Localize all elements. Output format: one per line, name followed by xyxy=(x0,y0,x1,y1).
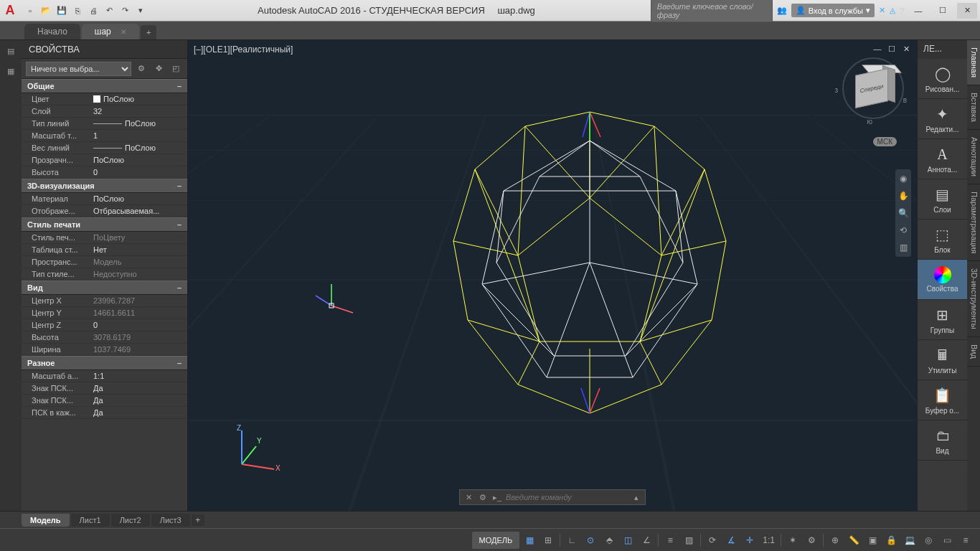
redo-icon[interactable]: ↷ xyxy=(118,4,132,18)
ucs-name-badge[interactable]: МСК xyxy=(873,137,897,146)
section-general-header[interactable]: Общие– xyxy=(22,79,187,93)
help-icon[interactable]: ? xyxy=(900,6,904,15)
status-polar-icon[interactable]: ⊙ xyxy=(582,532,599,549)
minimize-button[interactable]: — xyxy=(908,3,928,19)
undo-icon[interactable]: ↶ xyxy=(102,4,116,18)
app-logo-icon[interactable]: A xyxy=(3,4,17,18)
ribbon-tab-param[interactable]: Параметризация xyxy=(967,184,980,261)
prop-vheight-value[interactable]: 3078.6179 xyxy=(93,333,187,342)
prop-height-value[interactable]: 0 xyxy=(93,168,187,176)
ribbon-tab-view[interactable]: Вид xyxy=(967,337,980,367)
tool-block[interactable]: ⬚Блок xyxy=(918,220,967,260)
layout-tab-sheet3[interactable]: Лист3 xyxy=(151,514,190,527)
layout-tab-model[interactable]: Модель xyxy=(22,514,70,527)
status-lweight-icon[interactable]: ≡ xyxy=(661,532,679,549)
status-hardware-icon[interactable]: 💻 xyxy=(901,532,918,549)
tool-draw[interactable]: ◯Рисован... xyxy=(918,59,967,99)
prop-cx-value[interactable]: 23996.7287 xyxy=(93,296,187,305)
a360-icon[interactable]: ◬ xyxy=(890,6,895,15)
prop-pstyle-value[interactable]: ПоЦвету xyxy=(93,233,187,242)
prop-color-value[interactable]: ПоСлою xyxy=(93,95,187,103)
new-icon[interactable]: ▫ xyxy=(23,4,37,18)
status-ortho-icon[interactable]: ∟ xyxy=(563,532,580,549)
status-units-icon[interactable]: 📏 xyxy=(845,532,862,549)
prop-ptable-value[interactable]: Нет xyxy=(93,245,187,254)
ribbon-tab-annot[interactable]: Аннотации xyxy=(967,130,980,184)
status-lock-icon[interactable]: 🔒 xyxy=(882,532,900,549)
status-annomonitor-icon[interactable]: ⊕ xyxy=(826,532,844,549)
ribbon-tab-insert[interactable]: Вставка xyxy=(967,85,980,130)
status-osnap-icon[interactable]: ◫ xyxy=(619,532,636,549)
prop-lweight-value[interactable]: ПоСлою xyxy=(93,143,187,152)
infocenter-icon[interactable]: 👥 xyxy=(777,6,787,15)
prop-layer-value[interactable]: 32 xyxy=(93,107,187,116)
tool-groups[interactable]: ⊞Группы xyxy=(918,300,967,340)
status-quickprops-icon[interactable]: ▣ xyxy=(864,532,881,549)
status-dyn-icon[interactable]: ✛ xyxy=(741,532,758,549)
props-quickselect-icon[interactable]: ⚙ xyxy=(134,62,149,76)
save-icon[interactable]: 💾 xyxy=(55,4,69,18)
props-pickadd-icon[interactable]: ✥ xyxy=(151,62,166,76)
section-3dviz-header[interactable]: 3D-визуализация– xyxy=(22,179,187,193)
status-gear-icon[interactable]: ✶ xyxy=(784,532,801,549)
status-isolate-icon[interactable]: ◎ xyxy=(920,532,937,549)
close-button[interactable]: ✕ xyxy=(957,3,977,19)
prop-transp-value[interactable]: ПоСлою xyxy=(93,156,187,164)
tool-edit[interactable]: ✦Редакти... xyxy=(918,99,967,139)
props-select-icon[interactable]: ◰ xyxy=(169,62,183,76)
status-annoscale-label[interactable]: 1:1 xyxy=(760,532,778,549)
saveas-icon[interactable]: ⎘ xyxy=(70,4,85,18)
tab-close-icon[interactable]: ✕ xyxy=(121,28,126,36)
nav-showmotion-icon[interactable]: ▥ xyxy=(897,241,910,254)
prop-ucs2-value[interactable]: Да xyxy=(93,396,187,405)
tool-utilities[interactable]: 🖩Утилиты xyxy=(918,340,967,380)
status-cycling-icon[interactable]: ⟳ xyxy=(704,532,721,549)
prop-pspace-value[interactable]: Модель xyxy=(93,258,187,266)
section-view-header[interactable]: Вид– xyxy=(22,281,187,295)
nav-zoom-icon[interactable]: 🔍 xyxy=(897,207,910,220)
props-tab-properties-icon[interactable]: ▤ xyxy=(3,43,19,59)
viewcube-front[interactable]: Спереди xyxy=(855,68,888,108)
cmd-history-icon[interactable]: ▴ xyxy=(631,491,642,503)
command-input[interactable] xyxy=(506,493,628,501)
prop-linetype-value[interactable]: ПоСлою xyxy=(93,119,187,128)
nav-wheel-icon[interactable]: ◉ xyxy=(897,172,910,185)
ribbon-tab-main[interactable]: Главная xyxy=(967,40,980,85)
prop-ascale-value[interactable]: 1:1 xyxy=(93,372,187,380)
status-snapmode-icon[interactable]: ⊞ xyxy=(540,532,557,549)
file-tab-add[interactable]: + xyxy=(141,25,156,39)
tool-view[interactable]: 🗀Вид xyxy=(918,420,967,461)
status-grid-icon[interactable]: ▦ xyxy=(521,532,538,549)
vp-maximize-icon[interactable]: ☐ xyxy=(887,44,897,54)
section-misc-header[interactable]: Разное– xyxy=(22,356,187,370)
prop-cz-value[interactable]: 0 xyxy=(93,321,187,329)
prop-cy-value[interactable]: 14661.6611 xyxy=(93,309,187,317)
prop-ptstyle-value[interactable]: Недоступно xyxy=(93,270,187,278)
keyword-search-input[interactable]: Введите ключевое слово/фразу xyxy=(651,0,773,22)
vp-minimize-icon[interactable]: — xyxy=(872,44,882,54)
qat-more-icon[interactable]: ▾ xyxy=(133,4,148,18)
status-workspace-icon[interactable]: ⚙ xyxy=(803,532,820,549)
ribbon-tab-3dtools[interactable]: 3D-инструменты xyxy=(967,261,980,337)
nav-pan-icon[interactable]: ✋ xyxy=(897,189,910,202)
file-tab-start[interactable]: Начало xyxy=(24,24,80,39)
vp-close-icon[interactable]: ✕ xyxy=(901,44,911,54)
prop-ucs1-value[interactable]: Да xyxy=(93,384,187,392)
cmd-customize-icon[interactable]: ⚙ xyxy=(477,491,489,503)
tool-clipboard[interactable]: 📋Буфер о... xyxy=(918,380,967,420)
prop-material-value[interactable]: ПоСлою xyxy=(93,194,187,203)
layout-tab-sheet2[interactable]: Лист2 xyxy=(111,514,150,527)
prop-ucs3-value[interactable]: Да xyxy=(93,408,187,417)
section-plot-header[interactable]: Стиль печати– xyxy=(22,217,187,232)
status-clean-icon[interactable]: ▭ xyxy=(938,532,956,549)
viewcube[interactable]: Спереди xyxy=(852,62,895,105)
plot-icon[interactable]: 🖨 xyxy=(86,4,100,18)
signin-button[interactable]: 👤 Вход в службы ▾ xyxy=(791,4,875,17)
status-customize-icon[interactable]: ≡ xyxy=(957,532,974,549)
layout-tab-add[interactable]: + xyxy=(192,514,204,526)
nav-orbit-icon[interactable]: ⟲ xyxy=(897,224,910,237)
file-tab-current[interactable]: шар ✕ xyxy=(82,24,139,39)
props-selection-dropdown[interactable]: Ничего не выбра... xyxy=(26,62,131,76)
prop-lscale-value[interactable]: 1 xyxy=(93,131,187,140)
tool-annotate[interactable]: AАннота... xyxy=(918,139,967,179)
